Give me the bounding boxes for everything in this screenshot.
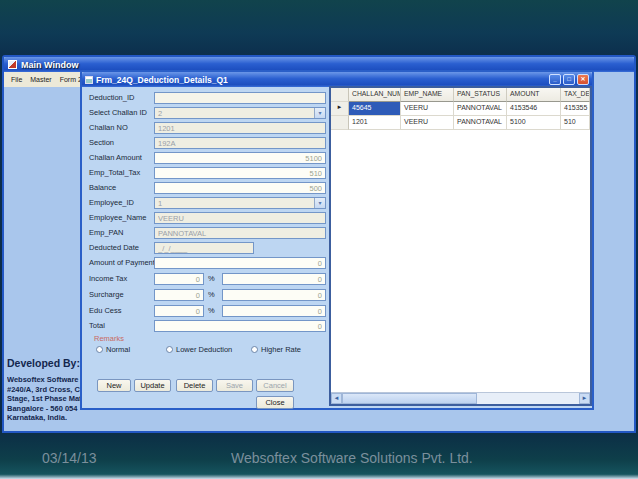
- edu-cess-amount-input[interactable]: [222, 305, 326, 317]
- grid-cell[interactable]: 415355: [561, 102, 590, 116]
- challan-no-input[interactable]: [154, 122, 326, 134]
- field-label: Challan NO: [89, 123, 153, 132]
- surcharge-pct-input[interactable]: [154, 289, 204, 301]
- balance-input[interactable]: [154, 182, 326, 194]
- grid-cell[interactable]: 5100: [507, 116, 561, 130]
- field-label: Balance: [89, 183, 153, 192]
- field-label: Emp_PAN: [89, 228, 153, 237]
- chevron-down-icon[interactable]: ▾: [314, 198, 325, 208]
- income-tax-amount-input[interactable]: [222, 273, 326, 285]
- column-header-challan-num[interactable]: CHALLAN_NUM: [349, 88, 401, 102]
- close-button[interactable]: Close: [256, 396, 294, 409]
- field-label: Challan Amount: [89, 153, 153, 162]
- challan-id-dropdown[interactable]: 2 ▾: [154, 107, 326, 119]
- field-label: Total: [89, 321, 153, 330]
- radio-lower-deduction[interactable]: Lower Deduction: [166, 345, 232, 354]
- deducted-date-input[interactable]: [154, 242, 254, 254]
- cancel-button[interactable]: Cancel: [256, 379, 294, 392]
- grid-cell[interactable]: 510: [561, 116, 590, 130]
- column-header-tax-depos[interactable]: TAX_DEPOS: [561, 88, 590, 102]
- section-input[interactable]: [154, 137, 326, 149]
- developed-by-line: #240/A, 3rd Cross, C: [7, 385, 85, 395]
- menu-master[interactable]: Master: [30, 76, 51, 83]
- field-label: Surcharge: [89, 290, 153, 299]
- field-label: Income Tax: [89, 274, 153, 283]
- grid-selector-header: [331, 88, 349, 102]
- emp-total-tax-input[interactable]: [154, 167, 326, 179]
- delete-button[interactable]: Delete: [176, 379, 213, 392]
- table-row[interactable]: ► 45645 VEERU PANNOTAVAL 4153546 415355: [331, 102, 590, 116]
- field-label: Emp_Total_Tax: [89, 168, 153, 177]
- column-header-emp-name[interactable]: EMP_NAME: [401, 88, 454, 102]
- developed-by-line: Bangalore - 560 054: [7, 404, 85, 414]
- column-header-pan-status[interactable]: PAN_STATUS: [454, 88, 507, 102]
- main-window: Main Window File Master Form 24Q Develop…: [2, 55, 636, 433]
- column-header-amount[interactable]: AMOUNT: [507, 88, 561, 102]
- form-titlebar[interactable]: Frm_24Q_Deduction_Details_Q1 _ □ ✕: [82, 72, 592, 87]
- grid-cell[interactable]: 45645: [349, 102, 401, 116]
- footer-date: 03/14/13: [42, 450, 97, 466]
- table-row[interactable]: 1201 VEERU PANNOTAVAL 5100 510: [331, 116, 590, 130]
- developed-by-line: Websoftex Software: [7, 375, 85, 385]
- grid-cell[interactable]: PANNOTAVAL: [454, 116, 507, 130]
- radio-icon: [251, 346, 258, 353]
- field-label: Deduction_ID: [89, 93, 153, 102]
- save-button[interactable]: Save: [216, 379, 253, 392]
- scrollbar-track[interactable]: [477, 393, 579, 404]
- employee-name-input[interactable]: [154, 212, 326, 224]
- scroll-right-icon[interactable]: ►: [579, 393, 590, 404]
- deduction-details-form: Frm_24Q_Deduction_Details_Q1 _ □ ✕ Deduc…: [80, 70, 594, 410]
- total-input[interactable]: [154, 320, 326, 332]
- income-tax-pct-input[interactable]: [154, 273, 204, 285]
- remarks-label: Remarks: [94, 334, 124, 343]
- menu-file[interactable]: File: [11, 76, 22, 83]
- main-window-title: Main Window: [21, 60, 78, 70]
- developed-by-block: Developed By: Websoftex Software #240/A,…: [7, 357, 85, 423]
- surcharge-amount-input[interactable]: [222, 289, 326, 301]
- scrollbar-thumb[interactable]: [342, 393, 477, 404]
- percent-label: %: [208, 290, 215, 299]
- form-title: Frm_24Q_Deduction_Details_Q1: [96, 75, 547, 85]
- challan-grid: CHALLAN_NUM EMP_NAME PAN_STATUS AMOUNT T…: [329, 86, 592, 406]
- field-label: Section: [89, 138, 153, 147]
- grid-horizontal-scrollbar[interactable]: ◄ ►: [331, 392, 590, 404]
- percent-label: %: [208, 306, 215, 315]
- radio-icon: [166, 346, 173, 353]
- field-label: Edu Cess: [89, 306, 153, 315]
- close-icon[interactable]: ✕: [577, 74, 589, 85]
- grid-cell[interactable]: 1201: [349, 116, 401, 130]
- app-icon: [8, 60, 17, 69]
- grid-cell[interactable]: PANNOTAVAL: [454, 102, 507, 116]
- challan-amount-input[interactable]: [154, 152, 326, 164]
- new-button[interactable]: New: [97, 379, 131, 392]
- field-label: Employee_ID: [89, 198, 153, 207]
- grid-cell[interactable]: VEERU: [401, 116, 454, 130]
- amount-of-payment-input[interactable]: [154, 257, 326, 269]
- percent-label: %: [208, 274, 215, 283]
- field-label: Select Challan ID: [89, 108, 153, 117]
- emp-pan-input[interactable]: [154, 227, 326, 239]
- developed-by-line: Karnataka, India.: [7, 413, 85, 423]
- radio-normal[interactable]: Normal: [96, 345, 130, 354]
- radio-icon: [96, 346, 103, 353]
- scroll-left-icon[interactable]: ◄: [331, 393, 342, 404]
- grid-cell[interactable]: 4153546: [507, 102, 561, 116]
- row-selector: [331, 116, 349, 130]
- field-label: Employee_Name: [89, 213, 153, 222]
- grid-cell[interactable]: VEERU: [401, 102, 454, 116]
- developed-by-heading: Developed By:: [7, 357, 85, 369]
- edu-cess-pct-input[interactable]: [154, 305, 204, 317]
- update-button[interactable]: Update: [134, 379, 171, 392]
- employee-id-dropdown[interactable]: 1 ▾: [154, 197, 326, 209]
- chevron-down-icon[interactable]: ▾: [314, 108, 325, 118]
- row-selector-arrow-icon: ►: [331, 102, 349, 116]
- maximize-icon[interactable]: □: [563, 74, 575, 85]
- field-label: Amount of Payment: [89, 258, 153, 267]
- radio-higher-rate[interactable]: Higher Rate: [251, 345, 301, 354]
- field-label: Deducted Date: [89, 243, 153, 252]
- form-icon: [85, 76, 93, 84]
- deduction-id-input[interactable]: [154, 92, 326, 104]
- developed-by-line: Stage, 1st Phase Mat: [7, 394, 85, 404]
- minimize-icon[interactable]: _: [549, 74, 561, 85]
- grid-header-row: CHALLAN_NUM EMP_NAME PAN_STATUS AMOUNT T…: [331, 88, 590, 102]
